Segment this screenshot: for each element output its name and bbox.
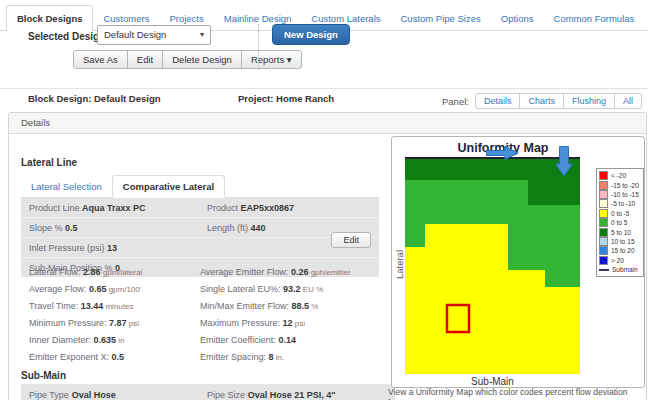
lateral-tab-bar: Lateral SelectionComparative Lateral [21,175,379,198]
reports-button[interactable]: Reports ▾ [241,50,302,69]
inner-diameter-label: Inner Diameter: [29,335,94,345]
inner-diameter-unit: in [116,336,124,345]
form-row: Product Line Aqua Traxx PCProduct EAP5xx… [21,198,379,218]
legend-swatch-icon [599,237,608,246]
lateral-stats: Lateral Flow: 2.86 gpm/lateralAverage Em… [21,263,379,365]
legend-swatch-icon [599,171,608,180]
panel-button-charts[interactable]: Charts [519,93,564,109]
average-flow-unit: gpm/100' [106,285,141,294]
tab-common-formulas[interactable]: Common Formulas [544,6,645,30]
tab-custom-pipe-sizes[interactable]: Custom Pipe Sizes [391,6,491,30]
average-emitter-flow-value: 0.26 [291,267,309,277]
stat-cell: Emitter Exponent X: 0.5 [29,351,200,362]
legend-swatch-icon [599,181,608,190]
legend-swatch-icon [599,218,608,227]
inlet-pressure-psi-value: 13 [107,243,117,253]
single-lateral-eu-label: Single Lateral EU%: [200,284,283,294]
stat-cell: Inner Diameter: 0.635 in [29,334,200,345]
lateral-flow-value: 2.86 [83,267,101,277]
form-cell: Inlet Pressure (psi) 13 [29,242,207,253]
minimum-pressure-label: Minimum Pressure: [29,318,109,328]
pipe-size-label: Pipe Size [207,390,245,400]
tab-options[interactable]: Options [491,6,544,30]
stat-cell: Average Emitter Flow: 0.26 gph/emitter [200,266,371,277]
legend-swatch-icon [599,199,608,208]
slope-value: 0.5 [65,223,78,233]
maximum-pressure-value: 12 [283,318,293,328]
travel-time-value: 13.44 [81,301,104,311]
pipe-row: Pipe Type Oval Hose Pipe Size Oval Hose … [21,384,395,400]
tab-comparative-lateral[interactable]: Comparative Lateral [112,175,225,198]
lateral-flow-label: Lateral Flow: [29,267,83,277]
stat-row: Lateral Flow: 2.86 gpm/lateralAverage Em… [21,263,379,280]
panel-button-group: DetailsChartsFlushingAll [475,93,642,109]
block-design-info: Block Design: Default Design [28,93,161,104]
flow-right-arrow-icon [486,146,519,160]
slope-label: Slope % [29,223,65,233]
app-window: Block DesignsCustomersProjectsMainline D… [0,0,648,400]
tab-help[interactable]: Help [644,6,648,30]
submain-heading: Sub-Main [21,370,66,381]
toolbar-divider [258,24,259,70]
uniformity-map-panel: Uniformity Map < -20-15 to -20-10 to -15… [391,136,645,388]
stat-cell: Single Lateral EU%: 93.2 EU % [200,283,371,294]
delete-design-button[interactable]: Delete Design [162,50,242,69]
maximum-pressure-label: Maximum Pressure: [200,318,283,328]
legend-label: 10 to 15 [611,238,635,245]
stat-row: Minimum Pressure: 7.87 psiMaximum Pressu… [21,314,379,331]
legend-label: < -20 [611,172,626,179]
min-max-emitter-flow-value: 88.5 [292,301,310,311]
lateral-axis-label: Lateral [394,205,405,325]
edit-button[interactable]: Edit [127,50,163,69]
submain-axis-label: Sub-Main [405,376,580,387]
save-as-button[interactable]: Save As [73,50,128,69]
panel-label: Panel: [442,96,469,107]
legend-label: -15 to -20 [611,182,639,189]
legend-label: 5 to 10 [611,229,631,236]
stat-row: Travel Time: 13.44 minutesMin/Max Emitte… [21,297,379,314]
design-dropdown[interactable]: Default Design ▾ [97,25,211,45]
pipe-type-label: Pipe Type [29,390,69,400]
flow-down-arrow-icon [555,146,573,177]
emitter-exponent-x-value: 0.5 [112,352,125,362]
emitter-exponent-x-label: Emitter Exponent X: [29,352,112,362]
emitter-spacing-unit: in. [274,353,285,362]
edit-button[interactable]: Edit [331,232,371,248]
tab-lateral-selection[interactable]: Lateral Selection [21,176,112,197]
legend-label: Submain [612,266,638,273]
single-lateral-eu-unit: EU % [301,285,324,294]
legend-item-5-to-10: -5 to -10 [599,199,641,208]
inner-diameter-value: 0.635 [94,335,117,345]
form-cell: Product Line Aqua Traxx PC [29,202,207,213]
legend-label: > 20 [611,257,624,264]
pipe-size-value: Oval Hose 21 PSI, 4" [248,390,336,400]
tab-block-designs[interactable]: Block Designs [6,5,93,31]
pipe-type-cell: Pipe Type Oval Hose [29,389,207,400]
single-lateral-eu-value: 93.2 [283,284,301,294]
lateral-flow-unit: gpm/lateral [101,268,143,277]
emitter-spacing-label: Emitter Spacing: [200,352,269,362]
panel-button-flushing[interactable]: Flushing [563,93,615,109]
length-ft-value: 440 [251,223,266,233]
legend-label: 0 to -5 [611,210,629,217]
new-design-button[interactable]: New Design [272,24,350,45]
legend-item-20: > 20 [599,256,641,265]
panel-button-all[interactable]: All [614,93,642,109]
min-max-emitter-flow-unit: % [309,302,318,311]
form-cell: Slope % 0.5 [29,222,207,233]
legend-item-0-to-5: 0 to 5 [599,218,641,227]
stat-cell: Min/Max Emitter Flow: 88.5 % [200,300,371,311]
uniformity-map[interactable] [405,157,580,374]
panel-button-details[interactable]: Details [475,93,521,109]
legend-swatch-icon [599,256,608,265]
stat-cell: Emitter Coefficient: 0.14 [200,334,371,345]
average-emitter-flow-unit: gph/emitter [308,268,350,277]
legend-item-15-to-20: 15 to 20 [599,246,641,255]
inlet-pressure-psi-label: Inlet Pressure (psi) [29,243,107,253]
legend-swatch-icon [599,228,608,237]
legend-item-15-to-20: -15 to -20 [599,180,641,189]
product-label: Product [207,203,241,213]
stat-row: Inner Diameter: 0.635 inEmitter Coeffici… [21,331,379,348]
stat-row: Emitter Exponent X: 0.5Emitter Spacing: … [21,348,379,365]
submain-line-icon [599,269,609,271]
